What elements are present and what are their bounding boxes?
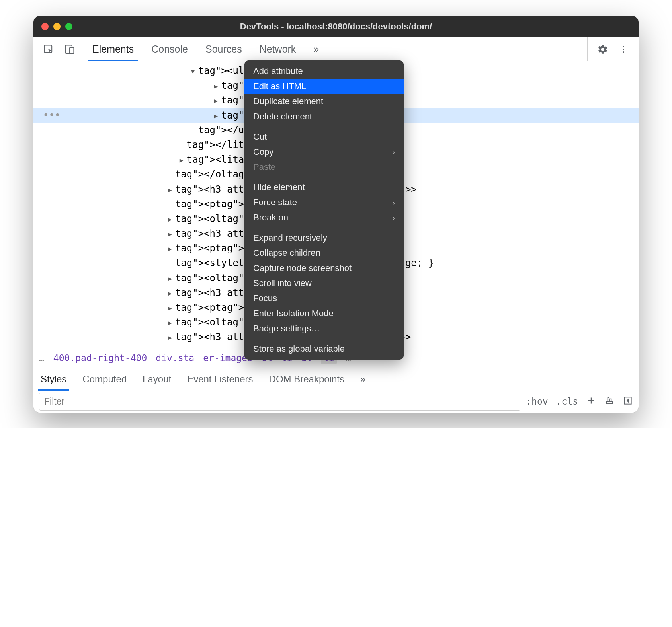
subtab-event-listeners[interactable]: Event Listeners	[186, 369, 254, 389]
traffic-lights	[41, 23, 72, 30]
devtools-window: DevTools - localhost:8080/docs/devtools/…	[33, 16, 639, 413]
computed-panel-icon[interactable]	[623, 395, 633, 408]
context-menu-item[interactable]: Copy›	[244, 144, 404, 160]
context-menu-separator	[244, 127, 404, 127]
context-menu-separator	[244, 228, 404, 228]
titlebar: DevTools - localhost:8080/docs/devtools/…	[33, 16, 639, 37]
context-menu-item[interactable]: Add attribute	[244, 64, 404, 79]
paintbrush-icon[interactable]	[604, 395, 615, 408]
context-menu-item[interactable]: Scroll into view	[244, 276, 404, 291]
tab-elements[interactable]: Elements	[91, 38, 135, 60]
styles-toolbar: :hov .cls	[33, 390, 639, 413]
context-menu-item[interactable]: Expand recursively	[244, 230, 404, 245]
tab-network[interactable]: Network	[258, 38, 298, 60]
context-menu-item[interactable]: Hide element	[244, 180, 404, 195]
context-menu-item[interactable]: Duplicate element	[244, 94, 404, 109]
context-menu-item[interactable]: Collapse children	[244, 245, 404, 261]
context-menu-item[interactable]: Focus	[244, 291, 404, 306]
subtab-computed[interactable]: Computed	[82, 369, 127, 389]
inspect-element-icon[interactable]	[40, 41, 57, 58]
svg-rect-2	[70, 47, 74, 53]
cls-toggle[interactable]: .cls	[556, 396, 578, 407]
svg-point-5	[623, 49, 624, 50]
close-window-button[interactable]	[41, 23, 49, 30]
subtab-dom-breakpoints[interactable]: DOM Breakpoints	[268, 369, 345, 389]
context-menu-item[interactable]: Cut	[244, 129, 404, 144]
context-menu-item: Paste	[244, 160, 404, 175]
styles-tabs: Styles Computed Layout Event Listeners D…	[33, 368, 639, 390]
window-title: DevTools - localhost:8080/docs/devtools/…	[33, 21, 639, 32]
styles-filter-input[interactable]	[39, 393, 520, 411]
svg-point-6	[623, 51, 624, 53]
toolbar-right	[587, 37, 632, 61]
maximize-window-button[interactable]	[65, 23, 72, 30]
subtab-layout[interactable]: Layout	[142, 369, 172, 389]
breadcrumb-item[interactable]: div.sta	[156, 353, 194, 363]
breadcrumb-item[interactable]: 400.pad-right-400	[53, 353, 147, 363]
context-menu: Add attributeEdit as HTMLDuplicate eleme…	[244, 60, 404, 360]
add-style-rule-icon[interactable]	[586, 395, 596, 408]
tab-console[interactable]: Console	[150, 38, 189, 60]
hov-toggle[interactable]: :hov	[526, 396, 548, 407]
context-menu-item[interactable]: Capture node screenshot	[244, 261, 404, 276]
styles-actions: :hov .cls	[526, 395, 633, 408]
context-menu-item[interactable]: Edit as HTML	[244, 79, 404, 94]
context-menu-item[interactable]: Force state›	[244, 195, 404, 210]
main-toolbar: Elements Console Sources Network »	[33, 37, 639, 61]
svg-point-4	[623, 46, 624, 47]
kebab-menu-icon[interactable]	[615, 41, 632, 58]
breadcrumb-overflow-left[interactable]: …	[39, 353, 45, 363]
context-menu-item[interactable]: Store as global variable	[244, 341, 404, 356]
subtab-overflow[interactable]: »	[359, 369, 366, 389]
subtab-styles[interactable]: Styles	[40, 369, 67, 389]
context-menu-item[interactable]: Enter Isolation Mode	[244, 306, 404, 321]
context-menu-item[interactable]: Delete element	[244, 109, 404, 124]
context-menu-separator	[244, 177, 404, 177]
panel-tabs: Elements Console Sources Network »	[91, 37, 584, 61]
context-menu-item[interactable]: Badge settings…	[244, 321, 404, 336]
settings-icon[interactable]	[594, 41, 611, 58]
minimize-window-button[interactable]	[53, 23, 61, 30]
context-menu-separator	[244, 339, 404, 339]
tab-sources[interactable]: Sources	[204, 38, 244, 60]
context-menu-item[interactable]: Break on›	[244, 210, 404, 225]
tab-overflow[interactable]: »	[312, 38, 320, 60]
device-toolbar-icon[interactable]	[61, 41, 78, 58]
